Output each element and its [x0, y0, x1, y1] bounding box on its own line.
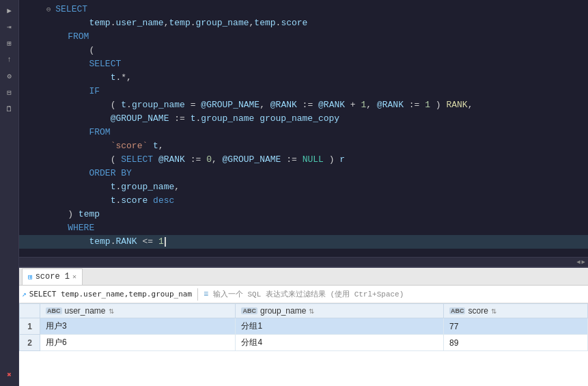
code-line-9: @GROUP_NAME := t.group_name group_name_c…	[19, 112, 588, 126]
filter2-icon[interactable]: ⊟	[2, 85, 17, 100]
filter-divider	[197, 288, 198, 301]
code-line-7: IF	[19, 85, 588, 98]
row-num-2: 2	[20, 335, 40, 351]
cell-group_name-2: 分组4	[236, 335, 444, 351]
code-line-16: ) temp	[19, 208, 588, 221]
run-icon[interactable]: ▶	[2, 3, 17, 18]
table-row[interactable]: 2 用户6 分组4 89	[20, 335, 588, 351]
file-icon[interactable]: 🗒	[2, 101, 17, 116]
sidebar: ▶ ⇥ ⊞ ↑ ⚙ ⊟ 🗒 ✖	[0, 0, 19, 386]
code-line-5: SELECT	[19, 57, 588, 71]
table-header-row: ABC user_name ⇅ ABC group_name ⇅	[20, 304, 588, 318]
results-area: ⊞ score 1 ✕ ↗ SELECT temp.user_name,temp…	[19, 266, 588, 386]
col-header-user_name[interactable]: ABC user_name ⇅	[40, 304, 236, 318]
settings-icon[interactable]: ⚙	[2, 68, 17, 83]
tab-close-button[interactable]: ✕	[72, 273, 76, 281]
filter-query-text: SELECT temp.user_name,temp.group_nam	[29, 290, 192, 299]
cell-group_name-1: 分组1	[236, 318, 444, 335]
cell-user_name-1: 用户3	[40, 318, 236, 335]
scroll-arrows: ◀ ▶	[576, 258, 585, 266]
col-header-score[interactable]: ABC score ⇅	[443, 304, 587, 318]
code-line-3: FROM	[19, 30, 588, 44]
col-label-group_name: group_name	[260, 306, 306, 316]
editor-area: ⊖ SELECT temp.user_name,temp.group_name,…	[19, 0, 588, 266]
filter-sql-icon: ≡	[204, 290, 208, 299]
sort-icon-group_name[interactable]: ⇅	[309, 307, 314, 315]
results-tab[interactable]: ⊞ score 1 ✕	[22, 268, 83, 285]
cell-user_name-2: 用户6	[40, 335, 236, 351]
code-line-18: temp.RANK <= 1	[19, 235, 588, 249]
cell-score-2: 89	[443, 335, 587, 351]
table-row[interactable]: 1 用户3 分组1 77	[20, 318, 588, 335]
filter-placeholder-text: 输入一个 SQL 表达式来过滤结果 (使用 Ctrl+Space)	[213, 290, 404, 299]
fold-icon[interactable]: ⊖	[46, 5, 55, 14]
results-table-container[interactable]: ABC user_name ⇅ ABC group_name ⇅	[19, 303, 588, 386]
col-header-group_name[interactable]: ABC group_name ⇅	[236, 304, 444, 318]
tab-label: score 1	[36, 272, 70, 281]
code-line-15: t.score desc	[19, 194, 588, 208]
export-icon[interactable]: ↑	[2, 52, 17, 67]
sort-icon-user_name[interactable]: ⇅	[109, 307, 114, 315]
row-num-header	[20, 304, 40, 318]
row-num-1: 1	[20, 318, 40, 335]
code-line-1: ⊖ SELECT	[19, 3, 588, 16]
code-line-6: t.*,	[19, 71, 588, 85]
code-line-11: `score` t,	[19, 139, 588, 153]
code-line-8: ( t.group_name = @GROUP_NAME, @RANK := @…	[19, 98, 588, 112]
step-icon[interactable]: ⇥	[2, 19, 17, 34]
error-icon[interactable]: ✖	[2, 367, 17, 382]
filter-input[interactable]: ≡ 输入一个 SQL 表达式来过滤结果 (使用 Ctrl+Space)	[204, 289, 404, 299]
cell-score-1: 77	[443, 318, 587, 335]
code-line-13: ORDER BY	[19, 167, 588, 180]
filter-bar-icon: ↗	[22, 290, 27, 299]
code-line-12: ( SELECT @RANK := 0, @GROUP_NAME := NULL…	[19, 153, 588, 167]
code-line-17: WHERE	[19, 221, 588, 235]
scroll-right-icon[interactable]: ▶	[582, 258, 585, 266]
col-label-score: score	[468, 306, 488, 316]
filter-bar: ↗ SELECT temp.user_name,temp.group_nam ≡…	[19, 286, 588, 303]
scroll-left-icon[interactable]: ◀	[576, 258, 580, 266]
tab-grid-icon: ⊞	[28, 273, 33, 281]
results-table: ABC user_name ⇅ ABC group_name ⇅	[19, 303, 588, 351]
main-area: ⊖ SELECT temp.user_name,temp.group_name,…	[19, 0, 588, 386]
table-icon[interactable]: ⊞	[2, 36, 17, 51]
code-line-4: (	[19, 44, 588, 57]
horizontal-scrollbar[interactable]: ◀ ▶	[19, 257, 588, 266]
code-line-10: FROM	[19, 126, 588, 139]
code-line-2: temp.user_name,temp.group_name,temp.scor…	[19, 16, 588, 30]
code-container[interactable]: ⊖ SELECT temp.user_name,temp.group_name,…	[19, 0, 588, 257]
code-line-14: t.group_name,	[19, 180, 588, 194]
tab-bar: ⊞ score 1 ✕	[19, 268, 588, 286]
sort-icon-score[interactable]: ⇅	[491, 307, 496, 315]
col-label-user_name: user_name	[65, 306, 106, 316]
